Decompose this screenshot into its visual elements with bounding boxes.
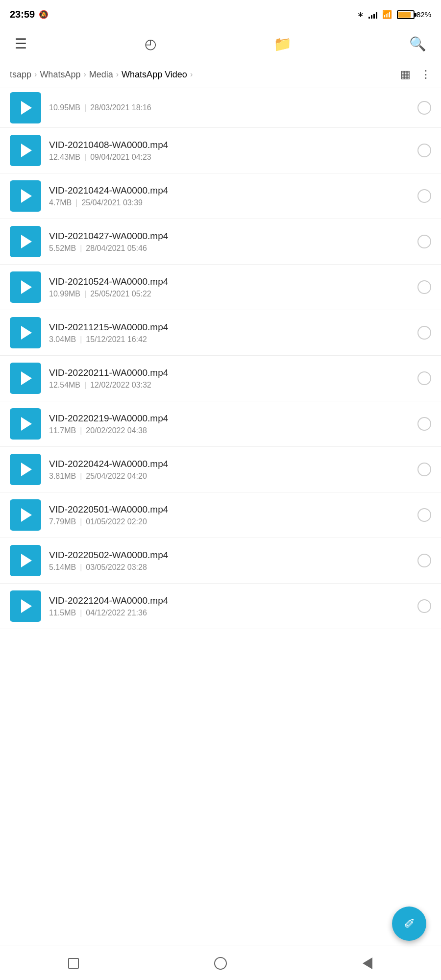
video-thumb[interactable] — [10, 408, 41, 440]
video-thumb[interactable] — [10, 271, 41, 303]
file-date: 25/04/2022 04:20 — [86, 472, 147, 481]
breadcrumb-sep-2: › — [83, 70, 86, 79]
file-checkbox[interactable] — [417, 599, 431, 613]
list-item: 10.95MB | 28/03/2021 18:16 — [0, 88, 441, 128]
play-icon — [21, 463, 32, 476]
video-thumb[interactable] — [10, 135, 41, 166]
file-date: 01/05/2022 02:20 — [86, 517, 147, 526]
file-meta: 10.99MB | 25/05/2021 05:22 — [49, 290, 410, 298]
file-info: VID-20211215-WA0000.mp4 3.04MB | 15/12/2… — [49, 322, 410, 344]
file-meta: 7.79MB | 01/05/2022 02:20 — [49, 517, 410, 526]
file-checkbox[interactable] — [417, 508, 431, 522]
file-name: VID-20210427-WA0000.mp4 — [49, 231, 410, 242]
file-date: 12/02/2022 03:32 — [90, 381, 151, 390]
file-date: 15/12/2021 16:42 — [86, 335, 147, 344]
video-thumb[interactable] — [10, 454, 41, 485]
file-name: VID-20220502-WA0000.mp4 — [49, 550, 410, 561]
nav-back-button[interactable] — [211, 954, 230, 973]
circle-icon — [214, 957, 227, 970]
play-icon — [21, 144, 32, 157]
breadcrumb-sep-3: › — [116, 70, 119, 79]
breadcrumb: tsapp › WhatsApp › Media › WhatsApp Vide… — [0, 61, 441, 88]
menu-icon[interactable]: ☰ — [15, 36, 27, 52]
video-thumb[interactable] — [10, 590, 41, 622]
file-checkbox[interactable] — [417, 463, 431, 476]
grid-view-icon[interactable]: ▦ — [400, 68, 411, 81]
play-icon — [21, 280, 32, 294]
more-options-icon[interactable]: ⋮ — [420, 68, 431, 81]
file-info: VID-20220219-WA0000.mp4 11.7MB | 20/02/2… — [49, 413, 410, 435]
file-checkbox[interactable] — [417, 326, 431, 340]
list-item: VID-20210524-WA0000.mp4 10.99MB | 25/05/… — [0, 265, 441, 310]
list-item: VID-20210427-WA0000.mp4 5.52MB | 28/04/2… — [0, 219, 441, 265]
list-item: VID-20211215-WA0000.mp4 3.04MB | 15/12/2… — [0, 310, 441, 356]
video-thumb[interactable] — [10, 92, 41, 123]
breadcrumb-whatsapp[interactable]: WhatsApp — [40, 70, 80, 80]
play-icon — [21, 554, 32, 567]
breadcrumb-tsapp[interactable]: tsapp — [10, 70, 31, 80]
bluetooth-icon: ∗ — [357, 10, 364, 19]
file-date: 03/05/2022 03:28 — [86, 563, 147, 572]
file-date: 25/05/2021 05:22 — [90, 290, 151, 298]
folder-icon[interactable]: 📁 — [273, 35, 292, 52]
list-item: VID-20220501-WA0000.mp4 7.79MB | 01/05/2… — [0, 492, 441, 538]
file-checkbox[interactable] — [417, 371, 431, 385]
file-checkbox[interactable] — [417, 280, 431, 294]
file-size: 5.52MB — [49, 244, 76, 253]
video-thumb[interactable] — [10, 363, 41, 394]
nav-recent-button[interactable] — [358, 954, 377, 973]
file-meta: 5.14MB | 03/05/2022 03:28 — [49, 563, 410, 572]
file-name: VID-20210408-WA0000.mp4 — [49, 140, 410, 150]
status-icons: ∗ 📶 82% — [357, 10, 431, 19]
bottom-nav — [0, 946, 441, 980]
search-icon[interactable]: 🔍 — [409, 36, 426, 52]
video-thumb[interactable] — [10, 317, 41, 348]
file-list: 10.95MB | 28/03/2021 18:16 VID-20210408-… — [0, 88, 441, 629]
file-name: VID-20210524-WA0000.mp4 — [49, 276, 410, 287]
play-icon — [21, 508, 32, 522]
file-checkbox[interactable] — [417, 189, 431, 203]
file-date: 25/04/2021 03:39 — [81, 198, 143, 207]
square-icon — [68, 958, 79, 969]
file-name: VID-20220211-WA0000.mp4 — [49, 368, 410, 378]
file-checkbox[interactable] — [417, 417, 431, 431]
file-date: 04/12/2022 21:36 — [86, 609, 147, 617]
nav-home-button[interactable] — [64, 954, 83, 973]
file-size: 5.14MB — [49, 563, 76, 572]
list-item: VID-20210408-WA0000.mp4 12.43MB | 09/04/… — [0, 128, 441, 173]
breadcrumb-media[interactable]: Media — [89, 70, 113, 80]
file-info: VID-20220424-WA0000.mp4 3.81MB | 25/04/2… — [49, 459, 410, 481]
video-thumb[interactable] — [10, 226, 41, 257]
list-item: VID-20220502-WA0000.mp4 5.14MB | 03/05/2… — [0, 538, 441, 584]
file-size: 3.04MB — [49, 335, 76, 344]
play-icon — [21, 599, 32, 613]
file-size: 10.99MB — [49, 290, 80, 298]
fab-button[interactable]: ✐ — [392, 906, 426, 941]
file-checkbox[interactable] — [417, 101, 431, 115]
file-name: VID-20220424-WA0000.mp4 — [49, 459, 410, 469]
file-date: 09/04/2021 04:23 — [90, 153, 151, 162]
file-size: 11.7MB — [49, 426, 76, 435]
file-name: VID-20221204-WA0000.mp4 — [49, 595, 410, 606]
mute-icon: 🔕 — [39, 10, 49, 19]
file-checkbox[interactable] — [417, 235, 431, 248]
status-time: 23:59 🔕 — [10, 9, 49, 20]
file-meta: 3.04MB | 15/12/2021 16:42 — [49, 335, 410, 344]
video-thumb[interactable] — [10, 545, 41, 576]
file-meta: 3.81MB | 25/04/2022 04:20 — [49, 472, 410, 481]
breadcrumb-sep-1: › — [34, 70, 37, 79]
file-meta: 11.5MB | 04/12/2022 21:36 — [49, 609, 410, 617]
file-size: 10.95MB — [49, 103, 80, 112]
file-checkbox[interactable] — [417, 144, 431, 157]
file-meta: 10.95MB | 28/03/2021 18:16 — [49, 103, 410, 112]
battery-icon — [397, 10, 415, 19]
battery-text: 82% — [416, 10, 431, 19]
file-checkbox[interactable] — [417, 554, 431, 567]
file-meta: 11.7MB | 20/02/2022 04:38 — [49, 426, 410, 435]
file-info: VID-20220501-WA0000.mp4 7.79MB | 01/05/2… — [49, 504, 410, 526]
breadcrumb-whatsapp-video[interactable]: WhatsApp Video — [122, 70, 187, 80]
video-thumb[interactable] — [10, 180, 41, 212]
video-thumb[interactable] — [10, 499, 41, 531]
history-icon[interactable]: ◴ — [145, 36, 156, 52]
back-arrow-icon — [363, 957, 372, 969]
